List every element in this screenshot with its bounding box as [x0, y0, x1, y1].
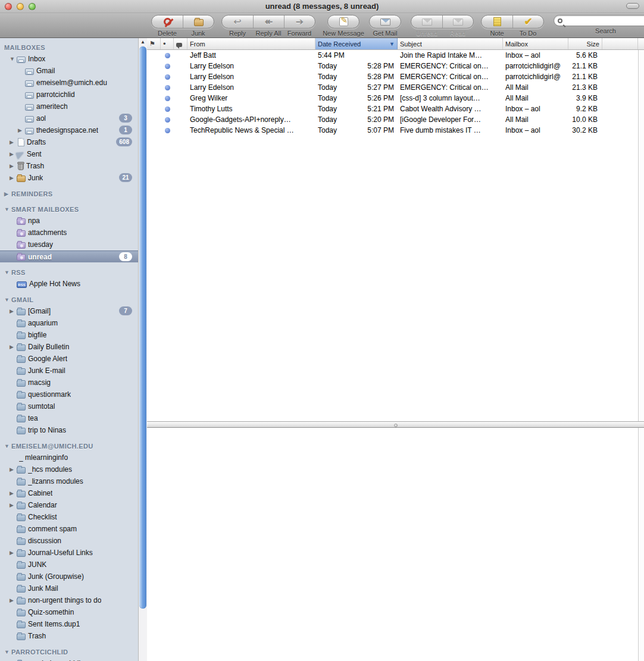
- sidebar-item-junk-groupwise-[interactable]: Junk (Groupwise): [0, 571, 138, 582]
- sidebar-item-attachments[interactable]: attachments: [0, 227, 138, 239]
- sidebar-item-unread[interactable]: unread8: [0, 250, 138, 262]
- delete-button[interactable]: [152, 15, 183, 28]
- mark-unread-button[interactable]: [411, 15, 442, 28]
- disclosure-triangle-icon[interactable]: ▶: [10, 308, 17, 314]
- sidebar-item-aquarium[interactable]: aquarium: [0, 317, 138, 329]
- sidebar-item-tuesday[interactable]: tuesday: [0, 239, 138, 250]
- sidebar-item-junk[interactable]: JUNK: [0, 559, 138, 571]
- message-row[interactable]: Larry EdelsonToday5:28 PMEMERGENCY: Crit…: [147, 61, 644, 71]
- disclosure-triangle-icon[interactable]: ▶: [4, 191, 11, 197]
- disclosure-triangle-icon[interactable]: ▶: [10, 550, 17, 556]
- section-header-gmail[interactable]: ▼GMAIL: [0, 295, 138, 305]
- disclosure-triangle-icon[interactable]: ▶: [10, 466, 17, 472]
- disclosure-triangle-icon[interactable]: ▼: [4, 297, 11, 303]
- disclosure-triangle-icon[interactable]: ▼: [4, 649, 11, 655]
- sidebar-item-trash[interactable]: Trash: [0, 630, 138, 642]
- new-message-button[interactable]: [328, 15, 359, 28]
- disclosure-triangle-icon[interactable]: ▼: [4, 206, 11, 212]
- sidebar-item-comment-spam[interactable]: comment spam: [0, 523, 138, 535]
- sidebar-item-cabinet[interactable]: ▶Cabinet: [0, 487, 138, 499]
- disclosure-triangle-icon[interactable]: ▶: [10, 175, 17, 181]
- sidebar-item-emeiselm-umich-edu[interactable]: emeiselm@umich.edu: [0, 77, 138, 89]
- column-header-scrollbar-spacer[interactable]: [638, 38, 644, 49]
- message-row[interactable]: Jeff Batt5:44 PMJoin the Rapid Intake M……: [147, 50, 644, 61]
- sidebar-item--gmail-[interactable]: ▶[Gmail]7: [0, 305, 138, 317]
- column-header-attachment[interactable]: [602, 38, 638, 49]
- sidebar-item-sent[interactable]: ▶Sent: [0, 148, 138, 160]
- column-header-date-received[interactable]: Date Received▼: [315, 38, 398, 49]
- forward-button[interactable]: [284, 15, 315, 28]
- sidebar-item-calendar[interactable]: ▶Calendar: [0, 499, 138, 511]
- sidebar-item-ameritech[interactable]: ameritech: [0, 101, 138, 112]
- sidebar-item--hcs-modules[interactable]: ▶_hcs modules: [0, 463, 138, 475]
- section-header-smart-mailboxes[interactable]: ▼SMART MAILBOXES: [0, 204, 138, 215]
- disclosure-triangle-icon[interactable]: ▶: [10, 502, 17, 508]
- junk-button[interactable]: [183, 15, 214, 28]
- column-header-flag[interactable]: [147, 38, 161, 49]
- sidebar-item-courierimapuiddb[interactable]: ▼courierimapuiddb: [0, 657, 138, 661]
- sidebar-item-trip-to-ninas[interactable]: trip to Ninas: [0, 424, 138, 436]
- disclosure-triangle-icon[interactable]: ▼: [4, 443, 11, 449]
- sidebar-item-non-urgent-things-to-do[interactable]: ▶non-urgent things to do: [0, 594, 138, 606]
- sidebar-scrollbar[interactable]: ▲: [138, 38, 147, 661]
- column-header-mailbox[interactable]: Mailbox: [503, 38, 568, 49]
- column-header-chat[interactable]: [174, 38, 187, 49]
- pane-splitter[interactable]: [147, 421, 644, 428]
- get-mail-button[interactable]: [370, 15, 401, 28]
- disclosure-triangle-icon[interactable]: ▼: [10, 56, 17, 62]
- section-header-parrotcichlid[interactable]: ▼PARROTCICHLID: [0, 647, 138, 657]
- message-row[interactable]: Greg WilkerToday5:26 PM[css-d] 3 column …: [147, 93, 644, 104]
- sidebar-item-junk-mail[interactable]: Junk Mail: [0, 582, 138, 594]
- sidebar-item-apple-hot-news[interactable]: Apple Hot News: [0, 278, 138, 290]
- sidebar-item--lizanns-modules[interactable]: _lizanns modules: [0, 475, 138, 487]
- message-row[interactable]: Larry EdelsonToday5:28 PMEMERGENCY: Crit…: [147, 71, 644, 82]
- toolbar-toggle-button[interactable]: [626, 3, 639, 9]
- disclosure-triangle-icon[interactable]: ▶: [18, 127, 25, 133]
- sidebar-item-parrotcichlid[interactable]: parrotcichlid: [0, 89, 138, 101]
- section-header-mailboxes[interactable]: MAILBOXES: [0, 42, 138, 53]
- message-row[interactable]: Google-Gadgets-API+noreply…Today5:20 PM[…: [147, 114, 644, 125]
- sidebar-item-quiz-somethin[interactable]: Quiz-somethin: [0, 606, 138, 618]
- message-row[interactable]: TechRepublic News & Special …Today5:07 P…: [147, 125, 644, 136]
- sidebar-item-trash[interactable]: ▶Trash: [0, 160, 138, 172]
- sidebar-item-macsig[interactable]: macsig: [0, 377, 138, 389]
- sidebar-item-daily-bulletin[interactable]: ▶Daily Bulletin: [0, 341, 138, 353]
- reply-button[interactable]: [222, 15, 253, 28]
- column-header-from[interactable]: From: [187, 38, 315, 49]
- sidebar-item--mlearninginfo[interactable]: _ mlearninginfo: [0, 452, 138, 463]
- disclosure-triangle-icon[interactable]: ▶: [10, 597, 17, 603]
- sidebar-scrollbar-thumb[interactable]: [139, 46, 146, 609]
- todo-button[interactable]: [512, 15, 543, 28]
- search-field[interactable]: [554, 15, 644, 26]
- sidebar-item-tea[interactable]: tea: [0, 412, 138, 424]
- sidebar-item-sent-items-dup1[interactable]: Sent Items.dup1: [0, 618, 138, 630]
- preview-scrollbar[interactable]: [638, 428, 644, 661]
- mark-read-button[interactable]: [442, 15, 473, 28]
- section-header-rss[interactable]: ▼RSS: [0, 267, 138, 278]
- note-button[interactable]: [482, 15, 512, 28]
- list-scrollbar[interactable]: [638, 50, 644, 421]
- disclosure-triangle-icon[interactable]: ▶: [10, 163, 17, 169]
- section-header-reminders[interactable]: ▶REMINDERS: [0, 189, 138, 199]
- sidebar-item-aol[interactable]: aol3: [0, 112, 138, 124]
- sidebar-item-questionmark[interactable]: questionmark: [0, 389, 138, 400]
- sidebar-item-npa[interactable]: npa: [0, 215, 138, 227]
- column-header-size[interactable]: Size: [568, 38, 602, 49]
- sidebar-item-junk[interactable]: ▶Junk21: [0, 172, 138, 184]
- disclosure-triangle-icon[interactable]: ▶: [10, 490, 17, 496]
- message-row[interactable]: Timothy LuttsToday5:21 PMCabot Wealth Ad…: [147, 104, 644, 114]
- message-row[interactable]: Larry EdelsonToday5:27 PMEMERGENCY: Crit…: [147, 82, 644, 93]
- section-header-emeiselm-umich-edu[interactable]: ▼EMEISELM@UMICH.EDU: [0, 441, 138, 452]
- scroll-up-arrow-icon[interactable]: ▲: [139, 39, 147, 45]
- sidebar-item-inbox[interactable]: ▼Inbox: [0, 53, 138, 65]
- sidebar-item-bigfile[interactable]: bigfile: [0, 329, 138, 341]
- sidebar-item-thedesignspace-net[interactable]: ▶thedesignspace.net1: [0, 124, 138, 136]
- disclosure-triangle-icon[interactable]: ▶: [10, 344, 17, 350]
- disclosure-triangle-icon[interactable]: ▼: [4, 270, 11, 275]
- search-input[interactable]: [565, 17, 644, 25]
- reply-all-button[interactable]: [253, 15, 284, 28]
- sidebar-item-gmail[interactable]: Gmail: [0, 65, 138, 77]
- sidebar-item-discussion[interactable]: discussion: [0, 535, 138, 547]
- column-header-subject[interactable]: Subject: [398, 38, 503, 49]
- column-header-read-status[interactable]: [161, 38, 174, 49]
